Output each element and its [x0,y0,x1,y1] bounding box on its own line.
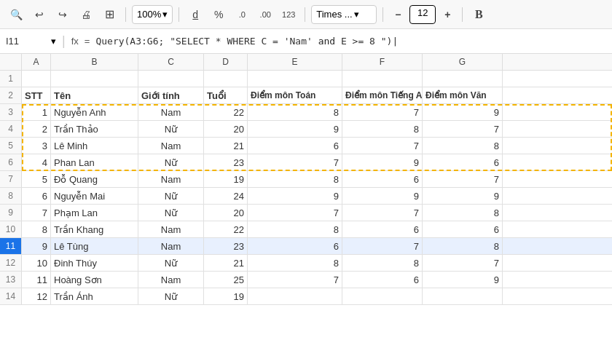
row-num[interactable]: 14 [0,288,22,304]
cell-g1[interactable] [423,71,503,87]
row-num[interactable]: 7 [0,171,22,187]
decimal-left-button[interactable]: .0 [232,4,252,25]
cell-d8[interactable]: 24 [204,188,248,204]
cell-f2[interactable]: Điểm môn Tiếng A [342,87,423,103]
cell-g7[interactable]: 7 [423,171,503,187]
cell-b6[interactable]: Phan Lan [51,154,138,170]
row-num[interactable]: 6 [0,154,22,170]
cell-e1[interactable] [248,71,342,87]
cell-b8[interactable]: Nguyễn Mai [51,188,138,204]
cell-b11[interactable]: Lê Tùng [51,238,138,254]
cell-d10[interactable]: 22 [204,221,248,237]
cell-e3[interactable]: 8 [248,104,342,120]
row-num[interactable]: 12 [0,255,22,271]
cell-f13[interactable]: 6 [342,272,423,288]
cell-f14[interactable] [342,288,423,304]
cell-e5[interactable]: 6 [248,138,342,154]
cell-d11[interactable]: 23 [204,238,248,254]
cell-a3[interactable]: 1 [22,104,51,120]
cell-b7[interactable]: Đỗ Quang [51,171,138,187]
formula-display[interactable]: Query(A3:G6; "SELECT * WHERE C = 'Nam' a… [95,36,606,47]
cell-c5[interactable]: Nam [138,138,204,154]
cell-e8[interactable]: 9 [248,188,342,204]
row-num[interactable]: 5 [0,138,22,154]
cell-g9[interactable]: 8 [423,205,503,221]
cell-d4[interactable]: 20 [204,121,248,137]
cell-c13[interactable]: Nam [138,272,204,288]
cell-e13[interactable]: 7 [248,272,342,288]
cell-f4[interactable]: 8 [342,121,423,137]
cell-ref-area[interactable]: I11 ▾ [6,36,56,47]
col-header-b[interactable]: B [51,54,138,70]
cell-d3[interactable]: 22 [204,104,248,120]
cell-b1[interactable] [51,71,138,87]
cell-f11[interactable]: 7 [342,238,423,254]
cell-c3[interactable]: Nam [138,104,204,120]
cell-e12[interactable]: 8 [248,255,342,271]
cell-g5[interactable]: 8 [423,138,503,154]
row-num[interactable]: 3 [0,104,22,120]
cell-e10[interactable]: 8 [248,221,342,237]
col-header-d[interactable]: D [204,54,248,70]
cell-c14[interactable]: Nữ [138,288,204,304]
cell-a10[interactable]: 8 [22,221,51,237]
cell-e9[interactable]: 7 [248,205,342,221]
cell-a9[interactable]: 7 [22,205,51,221]
font-size-decrease-button[interactable]: − [389,4,407,25]
cell-c10[interactable]: Nam [138,221,204,237]
cell-d14[interactable]: 19 [204,288,248,304]
cell-a7[interactable]: 5 [22,171,51,187]
cell-d2[interactable]: Tuổi [204,87,248,103]
row-num[interactable]: 13 [0,272,22,288]
zoom-select[interactable]: 100% ▾ [132,5,173,24]
bold-button[interactable]: B [468,4,489,25]
cell-b14[interactable]: Trần Ánh [51,288,138,304]
cell-a4[interactable]: 2 [22,121,51,137]
cell-g4[interactable]: 7 [423,121,503,137]
row-num[interactable]: 8 [0,188,22,204]
cell-d12[interactable]: 21 [204,255,248,271]
underline-button[interactable]: d [185,4,205,25]
font-select[interactable]: Times ... ▾ [311,5,377,24]
cell-b10[interactable]: Trần Khang [51,221,138,237]
col-header-g[interactable]: G [423,54,503,70]
cell-b13[interactable]: Hoàng Sơn [51,272,138,288]
cell-c2[interactable]: Giới tính [138,87,204,103]
row-num[interactable]: 11 [0,238,22,254]
percent-button[interactable]: % [208,4,229,25]
cell-g2[interactable]: Điểm môn Văn [423,87,503,103]
cell-d13[interactable]: 25 [204,272,248,288]
cell-g8[interactable]: 9 [423,188,503,204]
search-button[interactable]: 🔍 [6,4,26,25]
cell-a12[interactable]: 10 [22,255,51,271]
cell-f5[interactable]: 7 [342,138,423,154]
cell-g13[interactable]: 9 [423,272,503,288]
cell-c6[interactable]: Nữ [138,154,204,170]
decimal-right-button[interactable]: .00 [255,4,275,25]
cell-f6[interactable]: 9 [342,154,423,170]
cell-c12[interactable]: Nữ [138,255,204,271]
cell-b3[interactable]: Nguyễn Anh [51,104,138,120]
font-size-box[interactable]: 12 [409,5,436,24]
cell-c11[interactable]: Nam [138,238,204,254]
cell-d5[interactable]: 21 [204,138,248,154]
redo-button[interactable]: ↪ [52,4,73,25]
cell-d9[interactable]: 20 [204,205,248,221]
num123-button[interactable]: 123 [278,4,299,25]
cell-d1[interactable] [204,71,248,87]
cell-d6[interactable]: 23 [204,154,248,170]
col-header-e[interactable]: E [248,54,342,70]
row-num[interactable]: 4 [0,121,22,137]
cell-b5[interactable]: Lê Minh [51,138,138,154]
cell-f7[interactable]: 6 [342,171,423,187]
cell-c4[interactable]: Nữ [138,121,204,137]
cell-f9[interactable]: 7 [342,205,423,221]
cell-e11[interactable]: 6 [248,238,342,254]
cell-a13[interactable]: 11 [22,272,51,288]
cell-b12[interactable]: Đinh Thúy [51,255,138,271]
cell-a6[interactable]: 4 [22,154,51,170]
cell-d7[interactable]: 19 [204,171,248,187]
col-header-a[interactable]: A [22,54,51,70]
format-button[interactable]: ⊞ [99,4,119,25]
cell-c1[interactable] [138,71,204,87]
